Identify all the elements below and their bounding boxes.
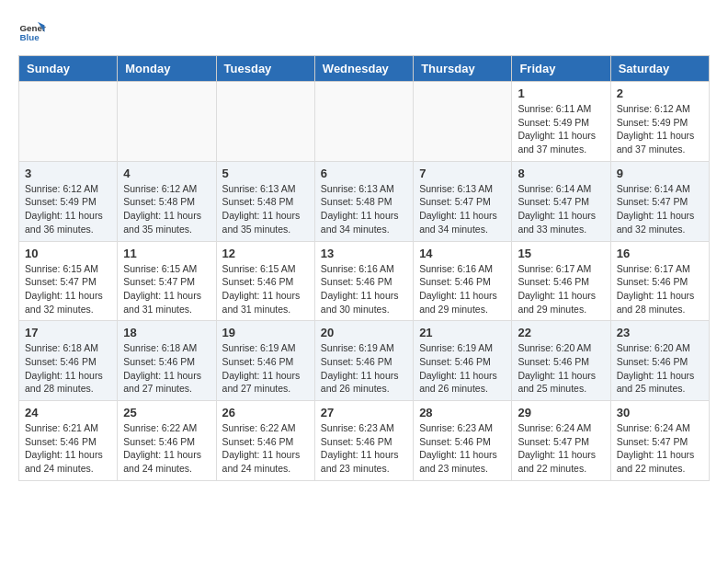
day-number: 3 [25,167,111,180]
page-header: General Blue [18,18,710,46]
day-info: Sunrise: 6:18 AM Sunset: 5:46 PM Dayligh… [25,341,111,396]
week-row-1: 1Sunrise: 6:11 AM Sunset: 5:49 PM Daylig… [19,82,710,162]
week-row-4: 17Sunrise: 6:18 AM Sunset: 5:46 PM Dayli… [19,321,710,401]
week-row-3: 10Sunrise: 6:15 AM Sunset: 5:47 PM Dayli… [19,241,710,321]
day-number: 5 [222,167,309,180]
day-cell: 23Sunrise: 6:20 AM Sunset: 5:46 PM Dayli… [610,321,709,401]
day-info: Sunrise: 6:18 AM Sunset: 5:46 PM Dayligh… [123,341,210,396]
header-row: SundayMondayTuesdayWednesdayThursdayFrid… [19,56,710,82]
day-cell: 28Sunrise: 6:23 AM Sunset: 5:46 PM Dayli… [414,401,512,481]
day-info: Sunrise: 6:15 AM Sunset: 5:46 PM Dayligh… [222,262,309,316]
day-info: Sunrise: 6:12 AM Sunset: 5:48 PM Dayligh… [123,182,210,236]
day-cell: 25Sunrise: 6:22 AM Sunset: 5:46 PM Dayli… [118,401,216,481]
day-cell: 24Sunrise: 6:21 AM Sunset: 5:46 PM Dayli… [19,401,118,481]
day-cell: 22Sunrise: 6:20 AM Sunset: 5:46 PM Dayli… [512,321,610,401]
day-cell: 15Sunrise: 6:17 AM Sunset: 5:46 PM Dayli… [512,241,610,321]
day-number: 20 [321,326,407,339]
day-number: 7 [419,167,506,180]
header-cell-friday: Friday [512,56,610,82]
calendar-header: SundayMondayTuesdayWednesdayThursdayFrid… [19,56,710,82]
day-number: 22 [518,326,604,339]
day-number: 30 [617,406,703,419]
day-cell: 2Sunrise: 6:12 AM Sunset: 5:49 PM Daylig… [610,82,709,162]
day-info: Sunrise: 6:20 AM Sunset: 5:46 PM Dayligh… [617,341,703,396]
day-number: 9 [617,167,703,180]
day-info: Sunrise: 6:11 AM Sunset: 5:49 PM Dayligh… [518,102,604,156]
day-cell: 17Sunrise: 6:18 AM Sunset: 5:46 PM Dayli… [19,321,118,401]
header-cell-wednesday: Wednesday [314,56,413,82]
day-cell [19,82,118,162]
day-info: Sunrise: 6:14 AM Sunset: 5:47 PM Dayligh… [518,182,604,236]
day-number: 16 [617,247,703,260]
day-number: 10 [25,247,111,260]
day-cell: 1Sunrise: 6:11 AM Sunset: 5:49 PM Daylig… [512,82,610,162]
day-cell: 13Sunrise: 6:16 AM Sunset: 5:46 PM Dayli… [314,241,413,321]
day-info: Sunrise: 6:23 AM Sunset: 5:46 PM Dayligh… [321,421,407,476]
day-number: 8 [518,167,604,180]
svg-text:Blue: Blue [20,32,40,42]
day-cell: 5Sunrise: 6:13 AM Sunset: 5:48 PM Daylig… [216,161,314,241]
day-cell: 3Sunrise: 6:12 AM Sunset: 5:49 PM Daylig… [19,161,118,241]
day-info: Sunrise: 6:19 AM Sunset: 5:46 PM Dayligh… [419,341,506,396]
day-cell [118,82,216,162]
week-row-5: 24Sunrise: 6:21 AM Sunset: 5:46 PM Dayli… [19,401,710,481]
day-cell: 16Sunrise: 6:17 AM Sunset: 5:46 PM Dayli… [610,241,709,321]
day-cell: 8Sunrise: 6:14 AM Sunset: 5:47 PM Daylig… [512,161,610,241]
day-number: 27 [321,406,407,419]
day-info: Sunrise: 6:12 AM Sunset: 5:49 PM Dayligh… [25,182,111,236]
day-number: 26 [222,406,309,419]
header-cell-monday: Monday [118,56,216,82]
day-number: 29 [518,406,604,419]
day-number: 18 [123,326,210,339]
day-info: Sunrise: 6:22 AM Sunset: 5:46 PM Dayligh… [222,421,309,476]
day-cell: 30Sunrise: 6:24 AM Sunset: 5:47 PM Dayli… [610,401,709,481]
header-cell-thursday: Thursday [414,56,512,82]
day-info: Sunrise: 6:21 AM Sunset: 5:46 PM Dayligh… [25,421,111,476]
day-number: 14 [419,247,506,260]
day-info: Sunrise: 6:15 AM Sunset: 5:47 PM Dayligh… [123,262,210,316]
day-info: Sunrise: 6:24 AM Sunset: 5:47 PM Dayligh… [617,421,703,476]
day-info: Sunrise: 6:22 AM Sunset: 5:46 PM Dayligh… [123,421,210,476]
header-cell-tuesday: Tuesday [216,56,314,82]
day-cell: 12Sunrise: 6:15 AM Sunset: 5:46 PM Dayli… [216,241,314,321]
day-info: Sunrise: 6:13 AM Sunset: 5:48 PM Dayligh… [321,182,407,236]
day-cell: 29Sunrise: 6:24 AM Sunset: 5:47 PM Dayli… [512,401,610,481]
day-cell [414,82,512,162]
week-row-2: 3Sunrise: 6:12 AM Sunset: 5:49 PM Daylig… [19,161,710,241]
day-cell: 18Sunrise: 6:18 AM Sunset: 5:46 PM Dayli… [118,321,216,401]
day-number: 23 [617,326,703,339]
day-cell [216,82,314,162]
day-info: Sunrise: 6:23 AM Sunset: 5:46 PM Dayligh… [419,421,506,476]
calendar-table: SundayMondayTuesdayWednesdayThursdayFrid… [18,55,710,481]
day-info: Sunrise: 6:12 AM Sunset: 5:49 PM Dayligh… [617,102,703,156]
day-cell: 19Sunrise: 6:19 AM Sunset: 5:46 PM Dayli… [216,321,314,401]
day-cell: 10Sunrise: 6:15 AM Sunset: 5:47 PM Dayli… [19,241,118,321]
header-cell-sunday: Sunday [19,56,118,82]
day-cell: 4Sunrise: 6:12 AM Sunset: 5:48 PM Daylig… [118,161,216,241]
header-cell-saturday: Saturday [610,56,709,82]
day-info: Sunrise: 6:13 AM Sunset: 5:47 PM Dayligh… [419,182,506,236]
day-cell: 20Sunrise: 6:19 AM Sunset: 5:46 PM Dayli… [314,321,413,401]
day-info: Sunrise: 6:19 AM Sunset: 5:46 PM Dayligh… [321,341,407,396]
day-cell: 14Sunrise: 6:16 AM Sunset: 5:46 PM Dayli… [414,241,512,321]
day-number: 15 [518,247,604,260]
day-cell: 7Sunrise: 6:13 AM Sunset: 5:47 PM Daylig… [414,161,512,241]
day-cell: 6Sunrise: 6:13 AM Sunset: 5:48 PM Daylig… [314,161,413,241]
day-cell [314,82,413,162]
day-info: Sunrise: 6:20 AM Sunset: 5:46 PM Dayligh… [518,341,604,396]
calendar-body: 1Sunrise: 6:11 AM Sunset: 5:49 PM Daylig… [19,82,710,481]
day-number: 17 [25,326,111,339]
day-number: 6 [321,167,407,180]
day-cell: 26Sunrise: 6:22 AM Sunset: 5:46 PM Dayli… [216,401,314,481]
day-cell: 11Sunrise: 6:15 AM Sunset: 5:47 PM Dayli… [118,241,216,321]
day-number: 13 [321,247,407,260]
day-cell: 9Sunrise: 6:14 AM Sunset: 5:47 PM Daylig… [610,161,709,241]
day-number: 21 [419,326,506,339]
day-number: 2 [617,86,703,100]
day-number: 25 [123,406,210,419]
day-info: Sunrise: 6:17 AM Sunset: 5:46 PM Dayligh… [518,262,604,316]
day-info: Sunrise: 6:16 AM Sunset: 5:46 PM Dayligh… [321,262,407,316]
day-info: Sunrise: 6:15 AM Sunset: 5:47 PM Dayligh… [25,262,111,316]
day-info: Sunrise: 6:13 AM Sunset: 5:48 PM Dayligh… [222,182,309,236]
day-number: 12 [222,247,309,260]
